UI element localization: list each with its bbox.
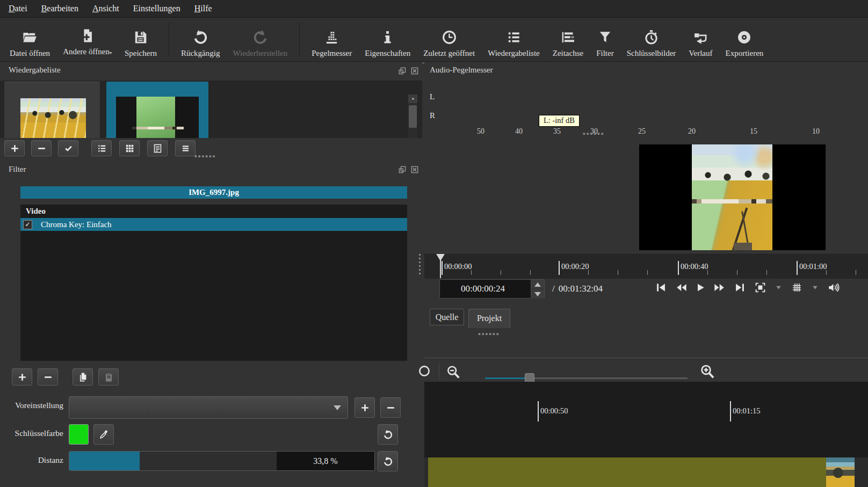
toolbar-open-other-button[interactable]: Andere öffnen xyxy=(56,18,118,61)
timeline-ruler[interactable]: 00:00:50 00:01:15 xyxy=(424,382,868,457)
playlist-remove-button[interactable] xyxy=(31,140,52,156)
chevron-down-icon[interactable] xyxy=(811,284,820,291)
playlist-grid-view-button[interactable] xyxy=(119,140,140,156)
meter-channel-left-label: L xyxy=(430,92,435,101)
toolbar-timeline-button[interactable]: Zeitachse xyxy=(546,18,590,61)
chevron-down-icon xyxy=(334,405,341,410)
menu-hilfe[interactable]: Hilfe xyxy=(187,2,219,16)
clipped-toolbar-icon[interactable] xyxy=(418,365,431,377)
fast-forward-icon[interactable] xyxy=(713,282,726,293)
history-jobs-icon xyxy=(693,30,708,45)
toolbar-open-file-button[interactable]: Datei öffnen xyxy=(3,18,56,61)
position-spinbox[interactable]: 00:00:00:24 xyxy=(439,279,545,299)
file-plus-icon xyxy=(79,28,95,43)
transport-controls xyxy=(654,282,840,293)
menu-ansicht[interactable]: Ansicht xyxy=(85,2,126,16)
zoom-out-icon[interactable] xyxy=(446,365,461,380)
distance-reset-button[interactable] xyxy=(378,451,398,471)
timeline-track xyxy=(424,457,868,487)
spin-down-button[interactable] xyxy=(531,289,544,299)
filter-add-button[interactable] xyxy=(12,368,32,386)
zoom-in-icon[interactable] xyxy=(699,364,715,380)
ruler-time-label: 00:01:00 xyxy=(799,262,827,271)
play-icon[interactable] xyxy=(695,282,706,293)
meter-scale-label: 50 xyxy=(477,127,484,136)
video-preview xyxy=(639,144,826,250)
panel-splitter-handle[interactable] xyxy=(419,254,421,274)
float-panel-icon[interactable] xyxy=(397,67,407,75)
ruler-minor-tick xyxy=(707,270,708,275)
ruler-time-label: 00:00:40 xyxy=(681,262,708,271)
distance-slider[interactable]: 33,8 % xyxy=(69,451,375,471)
menu-bearbeiten[interactable]: Bearbeiten xyxy=(34,2,85,16)
filter-copy-button[interactable] xyxy=(73,368,93,386)
toolbar-filters-button[interactable]: Filter xyxy=(590,18,620,61)
close-panel-icon[interactable] xyxy=(410,67,419,75)
toolbar-export-button[interactable]: Exportieren xyxy=(719,18,770,61)
playlist-item-auditorium[interactable] xyxy=(4,82,100,138)
tab-projekt[interactable]: Projekt xyxy=(468,309,510,328)
minus-icon xyxy=(386,403,396,413)
skip-to-end-icon[interactable] xyxy=(733,282,747,293)
toolbar-properties-button[interactable]: Eigenschaften xyxy=(358,18,417,61)
spin-up-button[interactable] xyxy=(531,280,544,289)
preset-save-button[interactable] xyxy=(355,397,375,418)
playlist-scrollbar[interactable] xyxy=(408,95,417,138)
float-panel-icon[interactable] xyxy=(397,165,407,174)
menu-einstellungen[interactable]: Einstellungen xyxy=(126,2,187,16)
check-icon xyxy=(63,143,74,154)
grid-icon[interactable] xyxy=(790,282,804,293)
tab-quelle[interactable]: Quelle xyxy=(430,309,464,325)
main-toolbar: Datei öffnen Andere öffnen Speichern Rüc… xyxy=(0,18,868,62)
toolbar-playlist-button[interactable]: Wiedergabeliste xyxy=(481,18,546,61)
toolbar-undo-button[interactable]: Rückgängig xyxy=(175,18,227,61)
volume-icon[interactable] xyxy=(827,282,840,293)
playlist-menu-button[interactable] xyxy=(175,140,196,156)
rewind-icon[interactable] xyxy=(675,282,688,293)
spin-down-icon xyxy=(534,292,541,296)
panel-resize-handle[interactable]: ▪▪▪▪▪▪ xyxy=(478,332,500,336)
playlist-list-view-button[interactable] xyxy=(91,140,112,156)
toolbar-jobs-button[interactable]: Verlauf xyxy=(682,18,719,61)
scroll-up-button[interactable] xyxy=(408,95,417,103)
distance-value[interactable]: 33,8 % xyxy=(277,452,374,470)
chevron-down-icon[interactable] xyxy=(774,284,783,291)
key-color-swatch[interactable] xyxy=(69,424,89,445)
menu-datei[interactable]: Datei xyxy=(2,2,34,16)
hamburger-icon xyxy=(180,143,191,154)
ruler-time-label: 00:00:00 xyxy=(444,262,472,271)
filter-remove-button[interactable] xyxy=(38,368,58,386)
playlist-add-button[interactable] xyxy=(4,140,25,156)
plus-icon xyxy=(17,372,27,382)
panel-resize-handle[interactable]: ▪▪▪▪▪▪ xyxy=(583,132,604,136)
toolbar-recent-button[interactable]: Zuletzt geöffnet xyxy=(417,18,481,61)
timeline-clip[interactable] xyxy=(428,457,855,487)
playlist-detail-view-button[interactable] xyxy=(147,140,168,156)
panel-resize-handle[interactable]: ▪▪▪▪▪▪ xyxy=(194,154,216,158)
skip-to-start-icon[interactable] xyxy=(654,282,668,293)
close-panel-icon[interactable] xyxy=(410,165,419,174)
player-scrub-ruler[interactable]: 00:00:00 00:00:20 00:00:40 00:01:00 xyxy=(424,253,868,279)
meter-scale-label: 25 xyxy=(638,127,646,136)
preset-label: Voreinstellung xyxy=(0,401,63,410)
position-value[interactable]: 00:00:00:24 xyxy=(440,280,526,298)
meter-channel-right-label: R xyxy=(430,111,435,120)
filter-enabled-checkbox[interactable]: ✓ xyxy=(23,220,32,229)
toolbar-keyframes-button[interactable]: Schlüsselbilder xyxy=(620,18,683,61)
zoom-fit-icon[interactable] xyxy=(754,282,767,293)
key-color-reset-button[interactable] xyxy=(378,424,398,445)
playlist-icon xyxy=(506,30,522,45)
menu-indicator-icon xyxy=(110,47,112,56)
meter-tooltip: L: -inf dB xyxy=(539,115,580,127)
filter-row-chroma-key[interactable]: ✓ Chroma Key: Einfach xyxy=(20,218,407,231)
color-picker-button[interactable] xyxy=(93,424,114,445)
undo-arrow-icon xyxy=(193,30,208,45)
preset-delete-button[interactable] xyxy=(380,397,401,418)
preset-combobox[interactable] xyxy=(69,396,348,419)
playlist-item-green-selected[interactable] xyxy=(106,82,208,138)
toolbar-save-button[interactable]: Speichern xyxy=(118,18,163,61)
scrollbar-thumb[interactable] xyxy=(409,105,417,128)
playlist-update-button[interactable] xyxy=(58,140,78,156)
toolbar-audio-meter-button[interactable]: Pegelmesser xyxy=(305,18,358,61)
playlist-panel-title: Wiedergabeliste xyxy=(9,65,61,75)
